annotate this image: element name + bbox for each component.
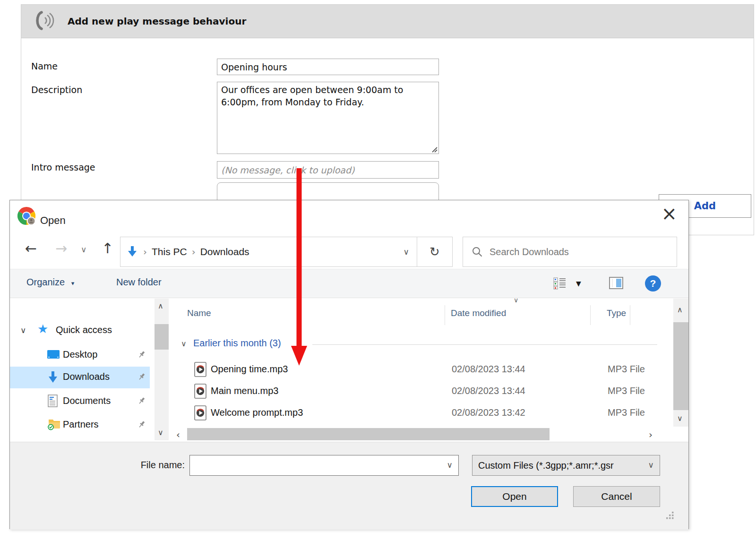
organize-caret-icon: ▾ <box>71 280 75 287</box>
chrome-logo-icon <box>17 207 35 227</box>
phone-message-icon <box>32 9 55 34</box>
description-textarea[interactable]: Our offices are open between 9:00am to 6… <box>217 82 439 154</box>
breadcrumb-chevron-icon: › <box>192 246 196 257</box>
file-row-opening-time[interactable]: Opening time.mp3 02/08/2023 13:44 MP3 Fi… <box>171 359 673 380</box>
preview-pane-icon[interactable] <box>609 277 623 291</box>
organize-menu[interactable]: Organize ▾ <box>26 277 74 288</box>
pin-icon[interactable] <box>137 397 146 407</box>
sidebar-item-downloads[interactable]: Downloads <box>10 367 150 388</box>
desktop-icon <box>47 349 60 362</box>
scroll-up-icon[interactable]: ∧ <box>677 305 683 314</box>
mp3-file-icon <box>194 384 206 401</box>
forward-icon: → <box>55 240 67 257</box>
scroll-right-icon[interactable]: › <box>649 429 653 440</box>
history-chevron-icon[interactable]: ∨ <box>81 245 86 254</box>
documents-icon <box>48 394 58 410</box>
sidebar-item-label: Desktop <box>63 349 97 360</box>
downloads-folder-icon <box>126 246 138 258</box>
search-input[interactable] <box>490 247 677 257</box>
intro-message-upload-field[interactable] <box>217 161 439 179</box>
combo-chevron-icon[interactable]: ∨ <box>447 460 453 470</box>
description-label: Description <box>31 85 82 95</box>
textarea-resize-handle-icon[interactable] <box>430 146 438 155</box>
file-name-label: File name: <box>128 460 185 471</box>
new-folder-button[interactable]: New folder <box>116 277 162 288</box>
intro-message-label: Intro message <box>31 162 95 172</box>
address-dropdown-icon[interactable]: ∨ <box>404 247 409 257</box>
column-header-date-modified[interactable]: Date modified <box>451 308 506 318</box>
partners-folder-icon <box>48 418 61 432</box>
dialog-resize-grip-icon[interactable] <box>666 511 674 522</box>
pin-icon[interactable] <box>137 373 146 383</box>
sidebar-item-label: Partners <box>63 419 99 430</box>
expand-chevron-icon[interactable]: ∨ <box>20 326 26 335</box>
sidebar-scrollbar[interactable] <box>155 299 169 440</box>
breadcrumb-this-pc[interactable]: This PC <box>152 246 187 257</box>
sidebar-scroll-thumb[interactable] <box>155 324 169 350</box>
help-icon[interactable]: ? <box>645 275 661 291</box>
group-divider-line <box>312 344 657 345</box>
pin-icon[interactable] <box>137 351 146 361</box>
sidebar-item-quick-access[interactable]: ∨ ★ Quick access <box>10 321 151 341</box>
cancel-button[interactable]: Cancel <box>573 486 660 507</box>
open-button[interactable]: Open <box>471 486 558 507</box>
group-collapse-icon[interactable]: ∨ <box>181 339 187 348</box>
search-icon <box>472 246 483 257</box>
search-box[interactable] <box>463 237 677 267</box>
sidebar-item-label: Downloads <box>63 371 110 382</box>
group-header-label[interactable]: Earlier this month (3) <box>193 338 281 349</box>
open-file-dialog: Open × ← → ∨ ↑ › This PC › Downloads ∨ ↻… <box>9 200 689 529</box>
sidebar-item-documents[interactable]: Documents <box>10 392 151 411</box>
scroll-down-icon[interactable]: ∨ <box>677 414 683 423</box>
column-divider[interactable] <box>630 305 630 325</box>
breadcrumb-chevron-icon: › <box>143 246 147 257</box>
address-bar[interactable]: › This PC › Downloads ∨ <box>120 237 417 267</box>
form-header: Add new play message behaviour <box>21 5 754 38</box>
mp3-file-icon <box>194 405 206 422</box>
sidebar-item-partners[interactable]: Partners <box>10 415 151 435</box>
close-icon[interactable]: × <box>661 204 677 223</box>
file-type-value: Custom Files (*.3gpp;*.amr;*.gsr <box>478 460 614 471</box>
downloads-icon <box>47 371 59 386</box>
list-vertical-scroll-thumb[interactable] <box>673 322 688 410</box>
pin-icon[interactable] <box>137 420 146 431</box>
scroll-down-icon[interactable]: ∨ <box>158 428 163 437</box>
column-header-type[interactable]: Type <box>607 308 626 318</box>
back-icon[interactable]: ← <box>25 240 37 257</box>
details-view-icon[interactable] <box>553 277 567 291</box>
list-horizontal-scroll-thumb[interactable] <box>187 428 550 440</box>
column-divider[interactable] <box>445 305 445 325</box>
quick-access-star-icon: ★ <box>37 322 48 336</box>
breadcrumb-downloads[interactable]: Downloads <box>200 246 249 257</box>
sidebar-item-label: Quick access <box>56 325 112 335</box>
refresh-icon: ↻ <box>430 245 440 259</box>
dialog-toolbar: Organize ▾ New folder ▼ <box>10 269 688 298</box>
scroll-left-icon[interactable]: ‹ <box>176 429 180 440</box>
name-label: Name <box>31 61 58 71</box>
sidebar-item-label: Documents <box>63 395 111 406</box>
file-row-main-menu[interactable]: Main menu.mp3 02/08/2023 13:44 MP3 File <box>171 380 673 402</box>
name-input[interactable] <box>217 59 439 75</box>
file-name-combo[interactable]: ∨ <box>189 455 459 476</box>
column-divider[interactable] <box>590 305 591 325</box>
file-type-select[interactable]: Custom Files (*.3gpp;*.amr;*.gsr ∨ <box>472 455 660 476</box>
view-dropdown-icon[interactable]: ▼ <box>576 280 581 287</box>
scroll-up-icon[interactable]: ∧ <box>158 301 163 310</box>
file-row-welcome-prompt[interactable]: Welcome prompt.mp3 02/08/2023 13:42 MP3 … <box>171 402 673 424</box>
form-title: Add new play message behaviour <box>68 16 246 27</box>
column-header-name[interactable]: Name <box>187 308 211 318</box>
sort-indicator-icon: ∨ <box>514 296 518 304</box>
file-name-input[interactable] <box>193 456 443 474</box>
refresh-button[interactable]: ↻ <box>417 237 453 267</box>
dialog-title: Open <box>40 214 66 227</box>
sidebar-item-desktop[interactable]: Desktop <box>10 345 151 365</box>
select-chevron-icon: ∨ <box>648 460 654 470</box>
up-icon[interactable]: ↑ <box>102 240 113 257</box>
mp3-file-icon <box>194 362 206 379</box>
